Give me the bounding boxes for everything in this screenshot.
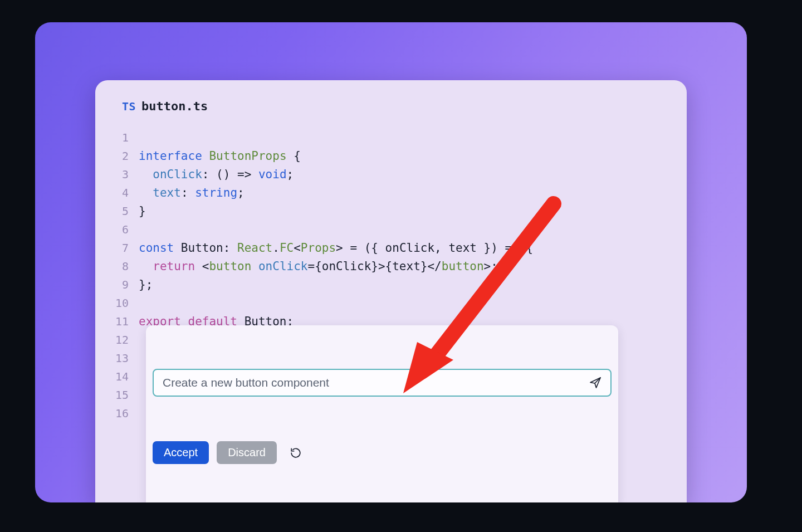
action-row: Accept Discard (153, 441, 612, 464)
code-token: </ (427, 260, 441, 273)
code-token: Props (301, 241, 336, 255)
file-name: button.ts (141, 99, 208, 113)
accept-button[interactable]: Accept (153, 441, 209, 464)
code-token: button (442, 260, 484, 273)
code-token: string (195, 186, 237, 199)
code-token: < (294, 241, 301, 255)
code-token: interface (139, 149, 202, 163)
code-token: : () => (202, 168, 258, 181)
file-tab[interactable]: TS button.ts (112, 99, 670, 113)
code-token (251, 260, 258, 273)
code-token: >; (484, 260, 498, 273)
code-token: : (223, 241, 237, 255)
code-token: React (237, 241, 272, 255)
code-token: const (139, 241, 174, 255)
code-token: return (153, 260, 195, 273)
code-token: . (272, 241, 280, 255)
prompt-input[interactable] (163, 376, 581, 389)
discard-button[interactable]: Discard (217, 441, 277, 464)
code-token: } (139, 204, 146, 218)
code-token: text (153, 186, 181, 199)
code-token: }; (139, 278, 153, 291)
code-token: { (287, 149, 301, 163)
code-token: {onClick}>{text} (315, 260, 427, 273)
code-token: onClick (258, 260, 308, 273)
code-content[interactable]: interface ButtonProps { onClick: () => v… (139, 129, 670, 441)
prompt-input-row (153, 369, 612, 397)
code-token: ButtonProps (209, 149, 286, 163)
code-token: = (307, 260, 315, 273)
code-token: : (181, 186, 195, 199)
code-token: button (209, 260, 251, 273)
code-token: onClick (153, 168, 202, 181)
code-token: < (195, 260, 209, 273)
code-token: FC (280, 241, 294, 255)
ai-inline-prompt-panel: Accept Discard (146, 325, 618, 502)
refresh-icon (290, 447, 302, 459)
typescript-icon: TS (122, 100, 136, 113)
code-token: void (258, 168, 287, 181)
line-number-gutter: 1 2 3 4 5 6 7 8 9 10 11 12 13 14 15 16 (112, 129, 139, 423)
code-token: = ({ onClick, text }) => { (343, 241, 533, 255)
regenerate-button[interactable] (288, 445, 304, 461)
send-button[interactable] (587, 374, 604, 391)
code-editor-panel: TS button.ts 1 2 3 4 5 6 7 8 9 10 11 12 … (95, 80, 687, 502)
code-token: ; (287, 168, 294, 181)
gradient-background-card: TS button.ts 1 2 3 4 5 6 7 8 9 10 11 12 … (35, 22, 747, 502)
send-icon (589, 376, 602, 389)
code-area: 1 2 3 4 5 6 7 8 9 10 11 12 13 14 15 16 i… (112, 129, 670, 441)
code-token: > (336, 241, 343, 255)
code-token: Button (174, 241, 223, 255)
code-token: ; (237, 186, 244, 199)
